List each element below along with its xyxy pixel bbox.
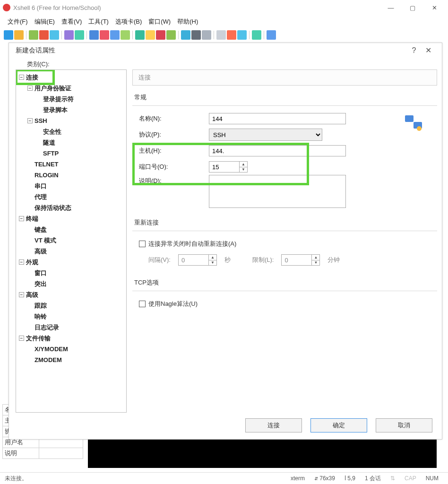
session-properties-dialog: 新建会话属性 ? ✕ 类别(C): −连接 −用户身份验证 登录提示符	[9, 43, 442, 440]
toolbar-icon[interactable]	[50, 30, 59, 40]
description-textarea[interactable]	[209, 175, 346, 208]
toolbar-icon[interactable]	[267, 30, 276, 40]
close-button[interactable]: ✕	[423, 0, 445, 15]
port-input[interactable]	[209, 161, 239, 173]
tree-proxy[interactable]: 代理	[27, 191, 124, 202]
connect-button[interactable]: 连接	[245, 418, 302, 432]
interval-label: 间隔(V):	[148, 256, 171, 264]
tree-sftp[interactable]: SFTP	[36, 148, 124, 159]
desc-label: 说明(D):	[139, 175, 205, 185]
toolbar-icon[interactable]	[64, 30, 74, 40]
tree-file-transfer[interactable]: −文件传输 X/YMODEM ZMODEM	[19, 333, 124, 365]
toolbar-icon[interactable]	[75, 30, 84, 40]
tree-trace[interactable]: 跟踪	[27, 300, 124, 311]
tree-tunnel[interactable]: 隧道	[36, 137, 124, 148]
tree-connection[interactable]: −连接 −用户身份验证 登录提示符 登录脚本 −SSH	[19, 72, 124, 213]
limit-stepper[interactable]: ▲▼	[281, 254, 320, 266]
toolbar-icon[interactable]	[202, 30, 211, 40]
status-updown-icon: ⇅	[390, 475, 395, 482]
dialog-titlebar: 新建会话属性 ? ✕	[9, 43, 442, 58]
toolbar-icon[interactable]	[100, 30, 109, 40]
dialog-help-button[interactable]: ?	[407, 46, 421, 55]
maximize-button[interactable]: ▢	[402, 0, 423, 15]
toolbar-icon[interactable]	[110, 30, 120, 40]
tree-advanced2[interactable]: −高级 跟踪 响铃 日志记录	[19, 289, 124, 333]
toolbar-icon[interactable]	[166, 30, 176, 40]
status-pos: ⅼ 5,9	[345, 475, 355, 482]
interval-stepper[interactable]: ▲▼	[178, 254, 217, 266]
chevron-up-icon[interactable]: ▲	[312, 255, 319, 260]
tree-label: 类别(C):	[16, 58, 437, 69]
tree-vt[interactable]: VT 模式	[27, 235, 124, 246]
chevron-down-icon[interactable]: ▼	[240, 167, 247, 173]
tree-terminal[interactable]: −终端 键盘 VT 模式 高级	[19, 213, 124, 257]
tree-keepalive[interactable]: 保持活动状态	[27, 202, 124, 213]
tree-security[interactable]: 安全性	[36, 126, 124, 137]
tree-xymodem[interactable]: X/YMODEM	[27, 344, 124, 354]
nagle-checkbox[interactable]: 使用Nagle算法(U)	[139, 300, 198, 308]
panel-title: 连接	[132, 69, 437, 86]
tree-serial[interactable]: 串口	[27, 181, 124, 191]
interval-input[interactable]	[178, 254, 208, 266]
host-input[interactable]	[209, 145, 346, 156]
tree-logging[interactable]: 日志记录	[27, 322, 124, 333]
tree-bell[interactable]: 响铃	[27, 311, 124, 322]
bg-desc-label: 说明	[2, 448, 39, 459]
tree-rlogin[interactable]: RLOGIN	[27, 170, 124, 181]
toolbar-icon[interactable]	[121, 30, 130, 40]
cancel-button[interactable]: 取消	[376, 418, 432, 432]
tree-login-prompt[interactable]: 登录提示符	[36, 94, 124, 104]
toolbar-icon[interactable]	[135, 30, 145, 40]
toolbar-icon[interactable]	[237, 30, 247, 40]
tree-telnet[interactable]: TELNET	[27, 159, 124, 170]
menu-tools[interactable]: 工具(T)	[86, 16, 112, 27]
menu-window[interactable]: 窗口(W)	[146, 16, 173, 27]
toolbar-icon[interactable]	[227, 30, 236, 40]
toolbar-icon[interactable]	[4, 30, 13, 40]
chevron-down-icon[interactable]: ▼	[209, 260, 216, 266]
protocol-select[interactable]: SSH	[209, 129, 322, 141]
toolbar-icon[interactable]	[216, 30, 226, 40]
toolbar-icon[interactable]	[252, 30, 261, 40]
toolbar-icon[interactable]	[89, 30, 99, 40]
general-title: 常规	[134, 93, 437, 102]
toolbar-icon[interactable]	[14, 30, 24, 40]
tree-highlight[interactable]: 突出	[27, 278, 124, 289]
limit-input[interactable]	[281, 254, 311, 266]
toolbar-icon[interactable]	[146, 30, 155, 40]
auto-reconnect-checkbox[interactable]: 连接异常关闭时自动重新连接(A)	[139, 240, 236, 248]
menu-file[interactable]: 文件(F)	[5, 16, 31, 27]
toolbar	[0, 28, 448, 42]
dialog-close-button[interactable]: ✕	[421, 46, 435, 55]
status-connection: 未连接。	[5, 475, 27, 483]
tree-login-script[interactable]: 登录脚本	[36, 104, 124, 115]
seconds-label: 秒	[224, 256, 231, 264]
terminal-area[interactable]	[88, 440, 437, 468]
tree-keyboard[interactable]: 键盘	[27, 224, 124, 235]
chevron-up-icon[interactable]: ▲	[209, 255, 216, 260]
toolbar-icon[interactable]	[181, 30, 190, 40]
chevron-down-icon[interactable]: ▼	[312, 260, 319, 266]
name-input[interactable]	[209, 113, 346, 124]
minutes-label: 分钟	[327, 256, 340, 264]
tree-window[interactable]: 窗口	[27, 268, 124, 278]
tree-ssh[interactable]: −SSH 安全性 隧道 SFTP	[27, 115, 124, 159]
app-icon	[3, 4, 10, 11]
tree-advanced[interactable]: 高级	[27, 246, 124, 257]
menu-edit[interactable]: 编辑(E)	[32, 16, 58, 27]
toolbar-icon[interactable]	[156, 30, 165, 40]
menu-view[interactable]: 查看(V)	[59, 16, 85, 27]
tree-auth[interactable]: −用户身份验证 登录提示符 登录脚本	[27, 83, 124, 115]
menu-tab[interactable]: 选项卡(B)	[112, 16, 145, 27]
chevron-up-icon[interactable]: ▲	[240, 162, 247, 167]
ok-button[interactable]: 确定	[310, 418, 367, 432]
toolbar-icon[interactable]	[39, 30, 49, 40]
toolbar-icon[interactable]	[191, 30, 201, 40]
tree-appearance[interactable]: −外观 窗口 突出	[19, 257, 124, 289]
port-stepper[interactable]: ▲▼	[209, 161, 248, 173]
toolbar-icon[interactable]	[29, 30, 38, 40]
menu-help[interactable]: 帮助(H)	[174, 16, 201, 27]
tree-zmodem[interactable]: ZMODEM	[27, 354, 124, 365]
minimize-button[interactable]: —	[380, 0, 402, 15]
category-tree[interactable]: −连接 −用户身份验证 登录提示符 登录脚本 −SSH	[16, 69, 127, 413]
